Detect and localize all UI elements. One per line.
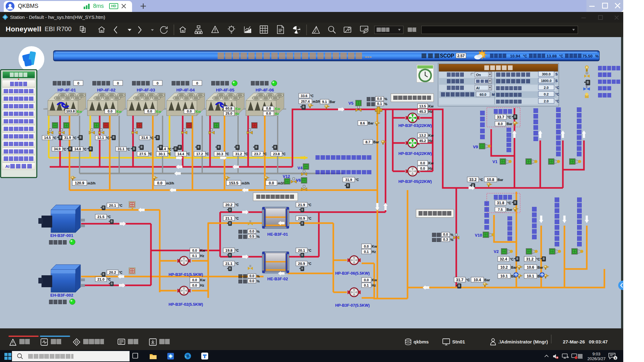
svg-text:10.6: 10.6 [527, 265, 534, 270]
svg-text:HP-B3F-05(22KW): HP-B3F-05(22KW) [398, 179, 432, 184]
svg-text:10.1: 10.1 [500, 274, 508, 278]
svg-text:°C: °C [186, 152, 190, 156]
svg-text:30.1: 30.1 [158, 152, 165, 156]
svg-text:°C: °C [559, 54, 564, 58]
svg-text:HP-B3F-01(5.5KW): HP-B3F-01(5.5KW) [169, 272, 203, 277]
svg-text:Hz: Hz [235, 112, 240, 116]
svg-text:°C: °C [479, 178, 483, 182]
svg-text:0.0: 0.0 [364, 278, 369, 282]
svg-text:Kw: Kw [428, 104, 434, 108]
svg-text:0.3: 0.3 [443, 238, 448, 241]
svg-text:°C: °C [107, 215, 111, 219]
svg-text:HP-B3F-07(5.5KW): HP-B3F-07(5.5KW) [335, 303, 370, 308]
svg-text:Bar: Bar [507, 122, 513, 126]
svg-text:°C: °C [507, 201, 511, 205]
svg-text:23.7: 23.7 [254, 152, 261, 156]
svg-text:°C: °C [308, 203, 311, 207]
svg-text:0.2: 0.2 [544, 92, 548, 96]
svg-text:2.0: 2.0 [544, 99, 548, 103]
svg-text:34.9: 34.9 [54, 147, 60, 151]
svg-text:°C: °C [205, 152, 209, 156]
svg-text:°C: °C [83, 148, 86, 151]
svg-text:103.8: 103.8 [66, 109, 75, 113]
svg-text:153.5: 153.5 [229, 181, 238, 185]
svg-text:°C: °C [308, 249, 311, 252]
svg-text:31.9: 31.9 [64, 136, 71, 140]
svg-text:3: 3 [614, 357, 616, 360]
svg-text:10.4: 10.4 [474, 278, 481, 282]
svg-text:m3/h: m3/h [87, 181, 96, 185]
svg-text:°C: °C [148, 152, 152, 156]
svg-text:20.9: 20.9 [298, 262, 305, 266]
svg-text:°C: °C [523, 54, 527, 58]
svg-text:HP-4F-01: HP-4F-01 [58, 88, 76, 92]
svg-text:S: S [555, 79, 558, 83]
svg-text:0: 0 [117, 81, 119, 85]
svg-text:0.5: 0.5 [249, 234, 254, 238]
svg-text:31.7: 31.7 [456, 278, 464, 282]
svg-text:°C: °C [119, 271, 122, 274]
svg-text:10.8: 10.8 [487, 178, 494, 182]
svg-text:°C: °C [235, 249, 239, 252]
svg-text:°C: °C [106, 136, 109, 140]
svg-text:10.2: 10.2 [500, 265, 508, 270]
svg-text:0.0: 0.0 [443, 233, 448, 236]
svg-text:8.0: 8.0 [498, 122, 502, 126]
svg-text:Hz: Hz [428, 167, 433, 170]
svg-text:8.6: 8.6 [360, 121, 365, 125]
svg-text:°C: °C [308, 217, 311, 220]
svg-text:S: S [555, 72, 558, 76]
svg-text:0.0: 0.0 [266, 112, 271, 115]
svg-text:°C: °C [466, 278, 470, 282]
svg-text:%: % [450, 238, 453, 242]
svg-text:Bar: Bar [497, 178, 503, 182]
svg-text:V4: V4 [297, 166, 303, 170]
svg-text:20.2: 20.2 [225, 203, 232, 207]
svg-text:0.1: 0.1 [192, 254, 197, 258]
svg-text:V9: V9 [473, 145, 478, 149]
svg-text:AI: AI [5, 164, 9, 169]
svg-text:Hz: Hz [372, 250, 376, 254]
svg-text:EH-B3F-002: EH-B3F-002 [50, 293, 73, 298]
svg-text:°C: °C [119, 204, 122, 207]
svg-text:0.0: 0.0 [420, 167, 425, 170]
svg-text:14.4: 14.4 [177, 152, 184, 156]
svg-text:1800.0: 1800.0 [541, 79, 552, 83]
svg-text:14.5: 14.5 [44, 136, 51, 140]
svg-text:0.0: 0.0 [147, 109, 152, 113]
svg-text:m3/h: m3/h [166, 181, 174, 185]
svg-text:0.1: 0.1 [364, 283, 369, 287]
svg-text:°C: °C [555, 86, 559, 90]
svg-text:HE-B3F-02: HE-B3F-02 [267, 277, 288, 281]
svg-text:60.8: 60.8 [225, 107, 232, 110]
svg-text:8.7: 8.7 [365, 140, 370, 144]
svg-text:0.0: 0.0 [108, 109, 112, 113]
svg-text:V2: V2 [494, 249, 499, 254]
svg-text:Bar: Bar [507, 208, 513, 211]
svg-text:21.1: 21.1 [225, 217, 233, 220]
svg-text:Kw: Kw [428, 161, 434, 165]
svg-text:0.0: 0.0 [249, 279, 254, 283]
svg-text:°C: °C [235, 203, 239, 207]
svg-text:M: M [492, 93, 495, 96]
svg-text:Kw: Kw [116, 110, 122, 113]
svg-text:0.0: 0.0 [420, 161, 425, 165]
svg-text:45.3: 45.3 [419, 110, 426, 113]
svg-text:°C: °C [73, 136, 76, 140]
svg-text:25.0: 25.0 [225, 112, 232, 115]
svg-text:V6: V6 [296, 178, 301, 183]
svg-text:Bar: Bar [537, 266, 543, 269]
svg-text:13.2: 13.2 [419, 134, 426, 137]
svg-text:HP-4F-05: HP-4F-05 [216, 88, 235, 92]
svg-text:Kw: Kw [372, 244, 377, 248]
svg-text:31.8: 31.8 [497, 201, 504, 205]
svg-text:0.0: 0.0 [192, 278, 197, 282]
svg-text:2.57: 2.57 [457, 54, 465, 58]
svg-text:°C: °C [235, 262, 239, 266]
svg-text:On: On [476, 73, 481, 77]
svg-text:Bar: Bar [330, 100, 336, 104]
svg-text:Bar: Bar [373, 140, 379, 144]
svg-text:HP-B3F-06(5.5KW): HP-B3F-06(5.5KW) [335, 271, 370, 276]
svg-text:V12: V12 [283, 174, 290, 179]
svg-text:33.7: 33.7 [497, 115, 504, 119]
